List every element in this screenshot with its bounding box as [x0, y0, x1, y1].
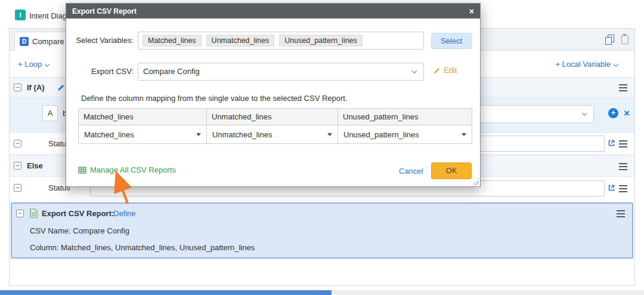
- operand-box[interactable]: A: [42, 105, 58, 121]
- variables-input[interactable]: Matched_lines Unmatched_lines Unused_pat…: [138, 32, 424, 50]
- collapse-icon[interactable]: −: [14, 84, 21, 91]
- cancel-button[interactable]: Cancel: [399, 167, 423, 176]
- chevron-down-icon: [45, 62, 49, 66]
- menu-icon[interactable]: [619, 87, 627, 88]
- app-title: Intent Diag: [29, 11, 67, 20]
- csv-columns-line: Column: Matched_lines, Unmatched_lines, …: [30, 243, 255, 252]
- edit-link[interactable]: Edit: [434, 66, 457, 75]
- if-label: If (A): [27, 83, 45, 92]
- copy-icon[interactable]: [605, 35, 614, 44]
- export-csv-dialog: Export CSV Report × Select Variables: Ma…: [66, 3, 481, 187]
- edit-pencil-icon[interactable]: [57, 84, 65, 91]
- app-logo-icon: I: [15, 10, 26, 20]
- mapping-select[interactable]: Unused_pattern_lines: [338, 130, 472, 139]
- collapse-icon[interactable]: −: [16, 210, 24, 217]
- edit-pencil-icon: [434, 67, 441, 74]
- remove-condition-icon[interactable]: ×: [624, 108, 630, 118]
- csv-reports-icon: [78, 166, 86, 174]
- tab-label: Compare: [32, 37, 64, 46]
- resize-handle-icon[interactable]: [472, 178, 479, 185]
- collapse-icon[interactable]: −: [14, 184, 21, 192]
- mapping-header: Unused_pattern_lines: [338, 109, 472, 125]
- chevron-down-icon: [582, 110, 587, 115]
- tab-badge-icon: D: [20, 37, 29, 46]
- open-editor-icon[interactable]: [607, 183, 616, 194]
- csv-name-line: CSV Name: Compare Config: [30, 226, 129, 235]
- menu-icon[interactable]: [619, 188, 627, 189]
- horizontal-scrollbar[interactable]: [0, 290, 644, 295]
- mapping-instruction: Define the column mapping from the singl…: [81, 94, 348, 103]
- manage-csv-reports-link[interactable]: Manage All CSV Reports: [78, 165, 176, 174]
- mapping-select[interactable]: Unmatched_lines: [207, 130, 338, 139]
- dropdown-arrow-icon: [327, 133, 332, 136]
- mapping-header: Unmatched_lines: [207, 109, 338, 125]
- define-link[interactable]: Define: [113, 209, 136, 218]
- page: I Intent Diag D Compare + Loop + Local V…: [0, 0, 644, 295]
- csv-file-icon: [30, 208, 38, 218]
- close-icon[interactable]: ×: [469, 7, 474, 16]
- menu-icon[interactable]: [619, 143, 627, 145]
- add-loop-link[interactable]: + Loop: [18, 60, 49, 69]
- menu-icon[interactable]: [619, 166, 627, 167]
- export-block-title: Export CSV Report:: [42, 209, 114, 218]
- chevron-down-icon: [614, 62, 618, 66]
- menu-icon[interactable]: [617, 213, 625, 214]
- open-editor-icon[interactable]: [607, 139, 616, 149]
- ok-button[interactable]: OK: [431, 162, 472, 179]
- variable-chip[interactable]: Matched_lines: [143, 35, 202, 47]
- variable-chip[interactable]: Unused_pattern_lines: [279, 35, 363, 47]
- export-csv-label: Export CSV:: [66, 67, 134, 76]
- dropdown-arrow-icon: [196, 133, 201, 136]
- add-condition-icon[interactable]: +: [608, 108, 618, 118]
- select-button[interactable]: Select: [431, 33, 472, 49]
- scrollbar-thumb[interactable]: [0, 290, 332, 295]
- paste-icon[interactable]: [621, 35, 628, 44]
- else-label: Else: [27, 161, 43, 170]
- add-local-variable-link[interactable]: + Local Variable: [555, 60, 618, 69]
- mapping-select[interactable]: Matched_lines: [79, 130, 206, 139]
- dialog-header[interactable]: Export CSV Report ×: [66, 4, 480, 19]
- dropdown-arrow-icon: [462, 133, 466, 136]
- dialog-title: Export CSV Report: [72, 7, 469, 16]
- collapse-icon[interactable]: −: [14, 162, 21, 170]
- collapse-icon[interactable]: −: [14, 140, 21, 148]
- column-mapping-table: Matched_lines Unmatched_lines Unused_pat…: [78, 108, 472, 144]
- variable-chip[interactable]: Unmatched_lines: [206, 35, 275, 47]
- export-csv-dropdown[interactable]: Compare Config: [138, 63, 424, 81]
- mapping-header: Matched_lines: [79, 109, 207, 125]
- chevron-down-icon: [412, 68, 417, 73]
- export-csv-block[interactable]: − Export CSV Report: Define CSV Name: Co…: [11, 202, 633, 259]
- select-variables-label: Select Variables:: [66, 36, 134, 45]
